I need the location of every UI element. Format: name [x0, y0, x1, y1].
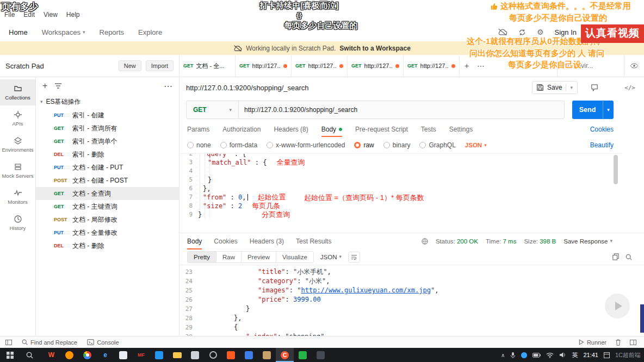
response-tab-headers[interactable]: Headers (3)	[250, 238, 284, 245]
rail-item-mock-servers[interactable]: Mock Servers	[0, 158, 35, 184]
network-globe-icon[interactable]	[422, 238, 428, 245]
save-response-button[interactable]: Save Response▾	[564, 238, 612, 245]
collection-request-item[interactable]: GET文档 - 全查询	[36, 187, 179, 200]
taskbar-app-wps[interactable]: W	[42, 348, 60, 362]
microphone-icon[interactable]	[510, 352, 516, 359]
switch-workspace-link[interactable]: Switch to a Workspace	[339, 45, 410, 52]
editor-scrollbar[interactable]	[614, 155, 618, 184]
taskbar-app-chrome[interactable]	[78, 348, 96, 362]
response-tab-test-results[interactable]: Test Results	[296, 238, 331, 245]
request-tab[interactable]: GEThttp://127....	[348, 55, 404, 77]
taskbar-app-notepad[interactable]	[114, 348, 132, 362]
collection-request-item[interactable]: DEL文档 - 删除	[36, 239, 179, 252]
rail-item-apis[interactable]: APIs	[0, 105, 35, 132]
mode-none[interactable]: none	[187, 141, 211, 149]
rail-item-environments[interactable]: Environments	[0, 132, 35, 158]
mode-graphql[interactable]: GraphQL	[419, 141, 455, 149]
wrap-lines-button[interactable]	[348, 252, 360, 263]
taskbar-app-vs-app[interactable]	[240, 348, 258, 362]
code-snippet-button[interactable]: </>	[624, 84, 635, 91]
send-button[interactable]: Send ▾	[572, 101, 614, 119]
nav-workspaces[interactable]: Workspaces▾	[42, 28, 85, 36]
collection-request-item[interactable]: PUT文档 - 创建 - PUT	[36, 161, 179, 174]
tray-expand-icon[interactable]: ∧	[501, 352, 505, 358]
url-input[interactable]	[239, 101, 564, 118]
taskbar-clock[interactable]: 21:41	[583, 352, 598, 358]
start-button[interactable]	[0, 348, 20, 362]
sync-icon[interactable]	[518, 29, 526, 36]
taskbar-search-button[interactable]	[20, 348, 39, 362]
rail-item-monitors[interactable]: Monitors	[0, 184, 35, 210]
mode-urlencoded[interactable]: x-www-form-urlencoded	[267, 141, 345, 149]
taskbar-app-terminal[interactable]	[312, 348, 330, 362]
response-tab-body[interactable]: Body	[187, 238, 202, 245]
taskbar-app-ring-app[interactable]	[204, 348, 222, 362]
request-tab[interactable]: GEThttp://127....	[236, 55, 292, 77]
taskbar-app-tan-app[interactable]	[258, 348, 276, 362]
notification-center-icon[interactable]	[604, 352, 610, 358]
tray-app-icon[interactable]	[521, 352, 527, 358]
collection-request-item[interactable]: GET文档 - 主键查询	[36, 200, 179, 213]
tab-body[interactable]: Body	[321, 126, 342, 133]
nav-home[interactable]: Home	[9, 28, 28, 36]
taskbar-app-folder[interactable]	[168, 348, 186, 362]
environment-quick-look-eye-icon[interactable]	[624, 55, 644, 77]
collection-request-item[interactable]: POST文档 - 局部修改	[36, 213, 179, 226]
console-button[interactable]: Console	[87, 339, 119, 346]
view-raw[interactable]: Raw	[216, 252, 242, 263]
response-format-selector[interactable]: JSON▾	[320, 254, 342, 260]
tab-params[interactable]: Params	[187, 126, 209, 133]
view-preview[interactable]: Preview	[242, 252, 276, 263]
mode-binary[interactable]: binary	[383, 141, 411, 149]
view-pretty[interactable]: Pretty	[188, 252, 216, 263]
ime-indicator[interactable]: 英	[572, 351, 578, 359]
two-pane-button[interactable]	[630, 340, 636, 345]
trash-button[interactable]	[615, 339, 621, 346]
response-body[interactable]: 23"title": "小米手机",24"category": "小米",25"…	[179, 267, 622, 336]
search-response-button[interactable]	[626, 254, 632, 260]
nav-explore[interactable]: Explore	[138, 28, 162, 36]
collection-request-item[interactable]: DEL索引 - 删除	[36, 148, 179, 161]
offline-cloud-icon[interactable]	[498, 28, 507, 36]
sign-in-button[interactable]: Sign In	[555, 28, 577, 36]
request-tab[interactable]: GET文档 - 全...	[179, 55, 236, 77]
find-and-replace-button[interactable]: Find and Replace	[22, 339, 77, 346]
taskbar-app-blue-app[interactable]	[150, 348, 168, 362]
cookies-link[interactable]: Cookies	[590, 126, 614, 133]
taskbar-app-green-app[interactable]	[294, 348, 312, 362]
nav-reports[interactable]: Reports	[100, 28, 125, 36]
rail-item-history[interactable]: History	[0, 210, 35, 236]
menu-view[interactable]: View	[44, 11, 58, 18]
taskbar-app-firefox[interactable]	[60, 348, 78, 362]
request-body-editor[interactable]: 2"query" : {3"match_all" : {全量查询45}6},7"…	[179, 153, 622, 233]
tab-authorization[interactable]: Authorization	[222, 126, 261, 133]
taskbar-app-fire-app[interactable]	[222, 348, 240, 362]
mode-form-data[interactable]: form-data	[220, 141, 257, 149]
request-tab[interactable]: GEThttp://127....	[292, 55, 348, 77]
volume-icon[interactable]	[559, 352, 566, 358]
runner-button[interactable]: Runner	[578, 339, 606, 346]
new-button[interactable]: New	[119, 60, 141, 71]
sidebar-toggle-button[interactable]	[5, 340, 12, 345]
tab-headers[interactable]: Headers (8)	[274, 126, 308, 133]
tab-pre-request-script[interactable]: Pre-request Script	[355, 126, 408, 133]
taskbar-app-snip[interactable]	[186, 348, 204, 362]
view-visualize[interactable]: Visualize	[276, 252, 313, 263]
taskbar-app-edge[interactable]: e	[96, 348, 114, 362]
collection-request-item[interactable]: GET索引 - 查询所有	[36, 122, 179, 135]
rail-item-collections[interactable]: Collections	[0, 79, 35, 105]
beautify-link[interactable]: Beautify	[590, 141, 614, 149]
wifi-icon[interactable]	[546, 352, 554, 358]
copy-response-button[interactable]	[612, 253, 619, 260]
menu-help[interactable]: Help	[66, 11, 80, 18]
method-selector[interactable]: GET ▾	[187, 101, 239, 118]
collection-request-item[interactable]: PUT索引 - 创建	[36, 109, 179, 122]
tab-settings[interactable]: Settings	[449, 126, 473, 133]
filter-icon[interactable]	[55, 83, 61, 89]
request-tab[interactable]: GEThttp://127....	[404, 55, 460, 77]
collection-request-item[interactable]: POST文档 - 创建 - POST	[36, 174, 179, 187]
mode-raw[interactable]: raw	[354, 141, 374, 149]
page-scrollbar-thumb[interactable]	[640, 304, 644, 333]
collection-folder[interactable]: ▾ ES基础操作	[36, 95, 179, 109]
import-button[interactable]: Import	[146, 60, 174, 71]
